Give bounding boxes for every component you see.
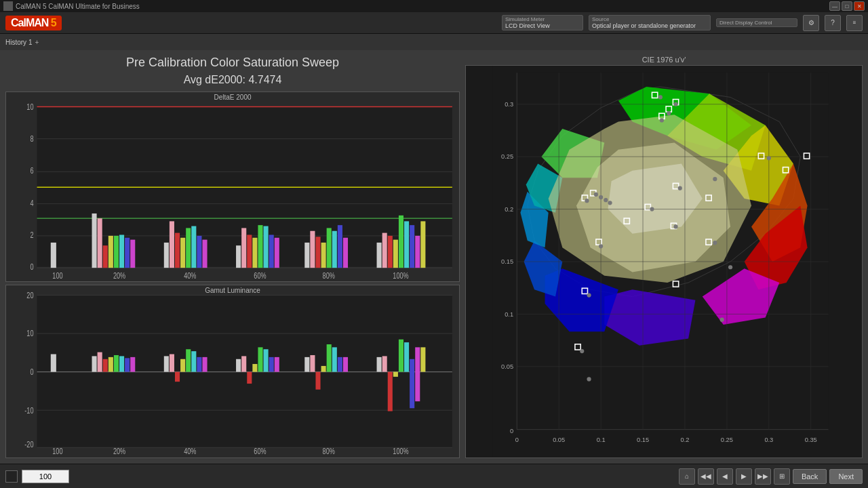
svg-rect-99 [269,357,274,372]
maximize-button[interactable]: □ [842,1,852,11]
minimize-button[interactable]: — [829,1,840,11]
close-button[interactable]: ✕ [854,1,865,11]
svg-rect-102 [310,355,315,372]
svg-rect-54 [404,221,409,268]
cie-chart: 0 0.05 0.1 0.15 0.2 0.25 0.3 0 0.05 0.1 … [465,65,863,458]
logo-number: 5 [48,17,56,28]
svg-rect-91 [197,357,201,372]
svg-rect-100 [275,357,279,372]
svg-rect-89 [186,349,191,371]
svg-rect-41 [304,243,309,268]
titlebar-text: CalMAN 5 CalMAN Ultimate for Business [16,3,140,10]
svg-rect-53 [399,216,403,268]
svg-text:2: 2 [30,230,33,239]
deltae-chart: DeltaE 2000 10 8 [5,92,460,282]
play-button[interactable]: ▶ [736,468,752,485]
home-button[interactable]: ⌂ [679,468,695,485]
svg-rect-20 [108,236,113,268]
extra-button[interactable]: ≡ [846,15,863,31]
svg-text:0.15: 0.15 [637,436,649,443]
svg-rect-29 [186,228,191,268]
source-label: Source [592,16,707,22]
history-item[interactable]: History 1 [5,39,32,46]
gamut-svg: 20 10 0 -10 -20 [6,285,459,458]
svg-rect-94 [241,357,246,372]
svg-rect-77 [92,357,97,372]
svg-rect-81 [114,355,119,372]
display-control-dropdown[interactable]: Direct Display Control [716,18,797,27]
next-button[interactable]: Next [829,469,863,484]
titlebar: CalMAN 5 CalMAN Ultimate for Business — … [0,0,868,12]
display-control-label: Direct Display Control [719,20,794,26]
svg-text:10: 10 [26,329,33,338]
svg-rect-44 [321,243,326,268]
bottom-left: 100 [5,470,69,483]
svg-point-189 [604,198,608,202]
svg-rect-83 [125,359,130,372]
svg-point-190 [608,201,612,205]
svg-point-194 [650,207,654,211]
svg-rect-84 [130,357,135,372]
svg-text:0.2: 0.2 [681,436,690,443]
svg-rect-26 [170,221,174,268]
forward-button[interactable]: ▶▶ [755,468,771,485]
svg-text:0.2: 0.2 [505,206,513,213]
extra-ctrl[interactable]: ⊞ [774,468,790,485]
svg-rect-80 [108,357,113,372]
prev-button[interactable]: ◀ [717,468,733,485]
svg-rect-115 [410,359,414,409]
app-icon [3,1,13,11]
svg-rect-42 [310,231,315,268]
svg-point-205 [587,293,591,297]
svg-rect-32 [202,240,207,268]
svg-rect-43 [315,237,320,268]
svg-rect-96 [252,364,257,372]
svg-text:80%: 80% [323,447,335,456]
svg-rect-79 [103,359,108,372]
svg-rect-46 [332,231,337,268]
svg-rect-98 [264,349,269,371]
svg-point-179 [660,118,664,122]
svg-rect-36 [252,238,257,268]
svg-rect-21 [114,236,119,268]
svg-rect-101 [304,357,309,372]
svg-text:20%: 20% [113,447,125,456]
svg-point-209 [580,349,584,353]
cie-svg: 0 0.05 0.1 0.15 0.2 0.25 0.3 0 0.05 0.1 … [466,66,862,458]
svg-rect-28 [180,238,185,268]
svg-point-211 [720,318,724,322]
right-panel: CIE 1976 u'v' [465,56,863,458]
svg-rect-108 [343,357,348,372]
svg-rect-82 [119,357,124,372]
svg-text:-10: -10 [24,405,33,415]
svg-rect-22 [119,235,124,268]
back-button[interactable]: Back [793,469,827,484]
svg-rect-56 [415,236,420,268]
svg-point-175 [673,102,677,106]
left-panel: Pre Calibration Color Saturation Sweep A… [5,56,460,458]
svg-rect-39 [269,235,274,268]
svg-rect-35 [247,235,252,268]
rewind-button[interactable]: ◀◀ [698,468,714,485]
help-button[interactable]: ? [825,15,841,31]
source-dropdown[interactable]: Source Optical player or standalone gene… [589,15,711,30]
svg-rect-95 [247,372,252,384]
svg-rect-109 [377,357,382,372]
svg-rect-110 [382,357,387,372]
simulated-meter-dropdown[interactable]: Simulated Meter LCD Direct View [502,15,583,30]
svg-text:40%: 40% [184,270,196,280]
svg-text:0.1: 0.1 [597,436,606,443]
svg-rect-105 [327,344,332,372]
svg-rect-86 [170,354,174,372]
svg-point-198 [599,244,603,248]
svg-point-185 [585,199,589,203]
svg-point-207 [728,265,732,269]
svg-rect-38 [264,226,269,268]
svg-rect-117 [420,348,425,372]
svg-text:0.15: 0.15 [501,258,513,265]
svg-rect-18 [98,218,102,268]
svg-rect-113 [399,340,403,372]
history-add[interactable]: + [35,39,39,46]
settings-button[interactable]: ⚙ [803,15,819,31]
svg-text:60%: 60% [254,447,266,456]
